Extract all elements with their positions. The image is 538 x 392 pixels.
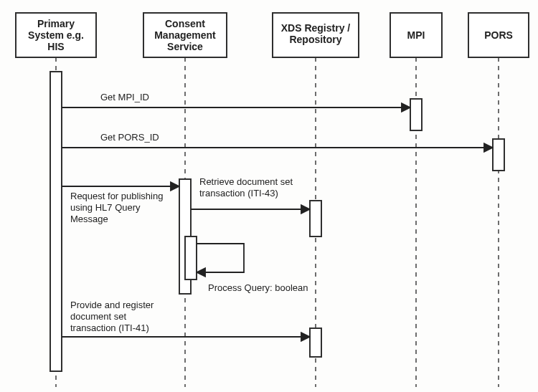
participant-label: Repository xyxy=(289,34,341,45)
activation-pors xyxy=(493,139,504,171)
self-message-arrow xyxy=(197,244,244,272)
participant-label: Consent xyxy=(165,18,205,29)
activation-consent-self xyxy=(185,236,197,279)
message-label: using HL7 Query xyxy=(70,202,141,213)
message-label: Get MPI_ID xyxy=(100,92,149,102)
message-label: Request for publishing xyxy=(70,191,163,201)
participant-xds: XDS Registry / Repository xyxy=(273,13,359,57)
message-label: Process Query: boolean xyxy=(208,282,308,293)
participant-label: MPI xyxy=(407,29,425,41)
message-label: Retrieve document set xyxy=(199,176,293,187)
message-label: Get PORS_ID xyxy=(100,132,159,143)
message-label: Provide and register xyxy=(70,300,154,310)
participant-mpi: MPI xyxy=(390,13,442,57)
participant-label: Management xyxy=(154,29,216,41)
activation-primary xyxy=(50,72,62,371)
activation-xds-2 xyxy=(310,328,321,357)
participant-primary: Primary System e.g. HIS xyxy=(16,13,96,57)
participant-label: PORS xyxy=(484,29,513,41)
activation-mpi xyxy=(410,99,422,130)
message-label: document set xyxy=(70,311,126,322)
sequence-diagram: Primary System e.g. HIS Consent Manageme… xyxy=(0,0,538,392)
participant-label: XDS Registry / xyxy=(281,22,351,34)
participant-consent: Consent Management Service xyxy=(143,13,227,57)
participant-label: HIS xyxy=(47,41,64,52)
activation-xds-1 xyxy=(310,201,321,236)
participant-label: Service xyxy=(167,41,203,52)
participant-pors: PORS xyxy=(468,13,529,57)
message-label: transaction (ITI-41) xyxy=(70,322,149,333)
message-label: Message xyxy=(70,214,108,224)
participant-label: System e.g. xyxy=(28,29,84,41)
participant-label: Primary xyxy=(37,18,75,29)
message-label: transaction (ITI-43) xyxy=(199,188,278,199)
